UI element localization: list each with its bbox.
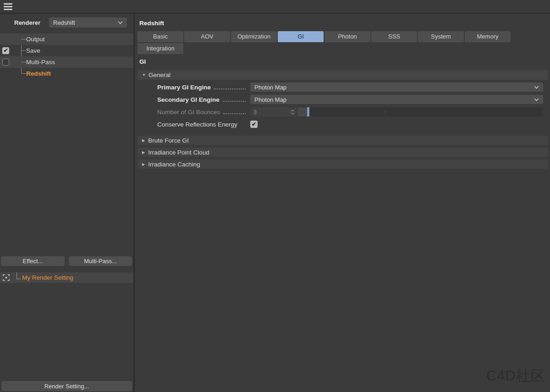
gi-bounces-slider[interactable]	[298, 107, 543, 116]
effect-button[interactable]: Effect...	[1, 256, 65, 266]
triangle-right-icon: ▶	[142, 150, 145, 155]
triangle-right-icon: ▶	[142, 138, 145, 143]
gi-bounces-label: Number of GI Bounces	[157, 109, 220, 116]
primary-gi-engine-value: Photon Map	[254, 84, 286, 91]
spinner-down-icon	[291, 112, 295, 115]
watermark: C4D社区	[486, 366, 545, 386]
tree-item-save[interactable]: ✔ Save	[0, 45, 133, 56]
sidebar: Renderer Redshift Output ✔ Save	[0, 14, 135, 392]
chevron-down-icon	[118, 21, 123, 24]
render-setting-name[interactable]: My Render Setting	[22, 274, 73, 281]
renderer-select[interactable]: Redshift	[49, 17, 127, 28]
tree-item-label[interactable]: Save	[26, 47, 40, 54]
dot-leader	[223, 100, 246, 102]
tree-item-label[interactable]: Output	[26, 36, 45, 43]
tree-branch-line	[21, 50, 26, 51]
tree-item-label[interactable]: Redshift	[26, 70, 51, 77]
group-label: General	[148, 72, 170, 78]
group-label: Brute Force GI	[148, 137, 189, 144]
render-setting-button[interactable]: Render Setting...	[1, 381, 132, 391]
secondary-gi-engine-row: Secondary GI Engine Photon Map	[138, 95, 548, 104]
slider-track[interactable]	[309, 107, 543, 116]
tab-basic[interactable]: Basic	[138, 31, 183, 42]
hamburger-menu-icon[interactable]	[4, 3, 12, 11]
render-settings-tree: Output ✔ Save Multi-Pass Redshift	[0, 33, 133, 79]
chevron-down-icon	[534, 98, 539, 101]
save-checkbox[interactable]: ✔	[2, 47, 9, 54]
group-header-irradiance-point-cloud[interactable]: ▶ Irradiance Point Cloud	[138, 148, 548, 157]
tree-item-output[interactable]: Output	[0, 33, 133, 45]
tree-item-redshift[interactable]: Redshift	[0, 68, 133, 79]
conserve-energy-row: Conserve Reflections Energy ✔	[138, 120, 548, 129]
collapsed-groups: ▶ Brute Force GI ▶ Irradiance Point Clou…	[138, 136, 548, 171]
tab-aov[interactable]: AOV	[184, 31, 230, 42]
group-header-general[interactable]: ▼ General	[138, 70, 548, 80]
tree-corner-line	[16, 272, 21, 279]
tab-bar: Basic AOV Optimization GI Photon SSS Sys…	[138, 31, 512, 54]
panel-title: Redshift	[139, 20, 164, 27]
secondary-gi-engine-select[interactable]: Photon Map	[250, 95, 543, 104]
tab-system[interactable]: System	[418, 31, 464, 42]
gi-bounces-value: 3	[253, 109, 257, 116]
gi-bounces-row: Number of GI Bounces 3	[138, 107, 548, 116]
spinner-stepper[interactable]	[291, 110, 295, 115]
group-label: Irradiance Caching	[148, 161, 200, 168]
multi-pass-button[interactable]: Multi-Pass...	[69, 256, 132, 266]
tree-item-label[interactable]: Multi-Pass	[26, 59, 55, 66]
renderer-label: Renderer	[14, 19, 40, 26]
tab-gi[interactable]: GI	[278, 31, 324, 42]
slider-tick	[385, 110, 385, 114]
top-menu-bar	[0, 0, 550, 14]
tab-integration[interactable]: Integration	[138, 43, 183, 54]
check-icon: ✔	[252, 121, 256, 127]
effect-buttons-row: Effect... Multi-Pass...	[0, 256, 133, 266]
tree-branch-line	[21, 73, 26, 74]
group-label: Irradiance Point Cloud	[148, 149, 209, 156]
gi-bounces-input[interactable]: 3	[250, 107, 297, 116]
dot-leader	[223, 113, 246, 114]
secondary-gi-engine-label: Secondary GI Engine	[157, 96, 220, 103]
tab-optimization[interactable]: Optimization	[231, 31, 277, 42]
group-header-irradiance-caching[interactable]: ▶ Irradiance Caching	[138, 160, 548, 169]
section-title: GI	[139, 58, 146, 65]
dot-leader	[214, 88, 246, 89]
triangle-right-icon: ▶	[142, 162, 145, 166]
triangle-down-icon: ▼	[142, 73, 146, 77]
main-panel: Redshift Basic AOV Optimization GI Photo…	[135, 14, 550, 392]
tab-photon[interactable]: Photon	[324, 31, 370, 42]
general-group-properties: Primary GI Engine Photon Map Secondary G…	[138, 83, 548, 132]
check-icon: ✔	[3, 47, 8, 54]
conserve-reflections-energy-checkbox[interactable]: ✔	[250, 121, 258, 128]
active-render-setting-row[interactable]: My Render Setting	[0, 272, 133, 283]
tree-item-multi-pass[interactable]: Multi-Pass	[0, 56, 133, 68]
primary-gi-engine-row: Primary GI Engine Photon Map	[138, 83, 548, 92]
chevron-down-icon	[534, 86, 539, 89]
tab-memory[interactable]: Memory	[465, 31, 511, 42]
active-render-setting-icon[interactable]	[3, 274, 10, 281]
tree-branch-line	[21, 39, 26, 39]
spinner-up-icon	[291, 110, 295, 112]
renderer-row: Renderer Redshift	[0, 17, 133, 28]
group-header-brute-force-gi[interactable]: ▶ Brute Force GI	[138, 136, 548, 145]
slider-fill	[298, 107, 307, 116]
conserve-energy-label: Conserve Reflections Energy	[157, 121, 237, 128]
renderer-select-value: Redshift	[53, 19, 75, 26]
render-settings-window: Renderer Redshift Output ✔ Save	[0, 0, 550, 392]
primary-gi-engine-select[interactable]: Photon Map	[250, 83, 543, 92]
tab-sss[interactable]: SSS	[371, 31, 417, 42]
multi-pass-checkbox[interactable]	[2, 59, 9, 66]
secondary-gi-engine-value: Photon Map	[254, 96, 286, 103]
primary-gi-engine-label: Primary GI Engine	[157, 84, 211, 91]
tree-branch-line	[21, 62, 26, 62]
